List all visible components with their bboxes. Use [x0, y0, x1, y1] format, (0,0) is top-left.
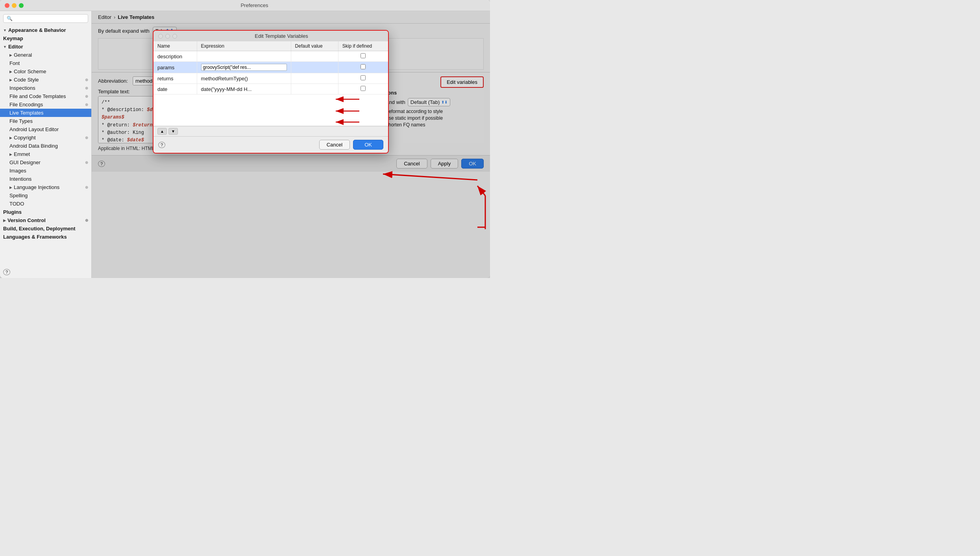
sidebar-item-label: Font [9, 60, 20, 66]
search-box[interactable]: 🔍 [3, 14, 88, 23]
sidebar-item-plugins[interactable]: Plugins [0, 208, 91, 216]
sidebar-item-label: Version Control [7, 217, 46, 223]
sidebar-item-editor[interactable]: ▼ Editor [0, 43, 91, 51]
copy-icon: ⊕ [85, 78, 88, 82]
col-default-value: Default value [291, 41, 338, 51]
sidebar-item-label: Images [9, 168, 26, 174]
copy-icon: ⊕ [85, 185, 88, 189]
modal-close-button[interactable] [158, 34, 163, 39]
sidebar-item-inspections[interactable]: Inspections ⊕ [0, 84, 91, 92]
sidebar-item-label: Copyright [14, 135, 36, 141]
row-skip[interactable] [338, 73, 388, 84]
sidebar-item-version-control[interactable]: ▶ Version Control ⊕ [0, 216, 91, 224]
sidebar-item-images[interactable]: Images [0, 167, 91, 175]
chevron-right-icon: ▶ [9, 78, 12, 82]
modal-help-button[interactable]: ? [158, 142, 165, 148]
modal-toolbar: ▲ ▼ [153, 126, 388, 136]
modal-ok-button[interactable]: OK [353, 140, 383, 150]
row-default [291, 73, 338, 84]
sidebar-item-intentions[interactable]: Intentions [0, 175, 91, 183]
content-area: Editor › Live Templates By default expan… [92, 11, 490, 278]
modal-cancel-button[interactable]: Cancel [319, 140, 350, 150]
table-row[interactable]: date date("yyyy-MM-dd H... [153, 84, 388, 95]
skip-checkbox[interactable] [361, 86, 366, 91]
chevron-right-icon: ▶ [9, 70, 12, 74]
sidebar-item-label: Editor [8, 44, 23, 50]
maximize-button[interactable] [19, 3, 24, 8]
copy-icon: ⊕ [85, 160, 88, 165]
sidebar-item-color-scheme[interactable]: ▶ Color Scheme [0, 67, 91, 76]
sidebar-item-general[interactable]: ▶ General [0, 51, 91, 59]
table-row[interactable]: returns methodReturnType() [153, 73, 388, 84]
skip-checkbox[interactable] [361, 64, 366, 69]
chevron-right-icon: ▶ [9, 152, 12, 156]
sidebar-item-label: File Types [9, 118, 33, 124]
sidebar-item-label: File and Code Templates [9, 93, 66, 99]
titlebar: Preferences [0, 0, 490, 11]
row-expression [197, 51, 291, 62]
row-skip[interactable] [338, 51, 388, 62]
sidebar-item-label: Languages & Frameworks [3, 234, 67, 240]
row-default [291, 51, 338, 62]
copy-icon: ⊕ [85, 86, 88, 90]
sidebar-item-emmet[interactable]: ▶ Emmet [0, 150, 91, 158]
row-expression: methodReturnType() [197, 73, 291, 84]
sidebar-item-spelling[interactable]: Spelling [0, 191, 91, 200]
copy-icon: ⊕ [85, 135, 88, 140]
sidebar-item-label: Emmet [14, 151, 30, 157]
close-button[interactable] [5, 3, 9, 8]
row-default [291, 84, 338, 95]
modal-maximize-button[interactable] [172, 34, 177, 39]
traffic-lights [5, 3, 24, 8]
sidebar-item-android-layout-editor[interactable]: Android Layout Editor [0, 125, 91, 133]
skip-checkbox[interactable] [361, 53, 366, 58]
edit-template-variables-dialog: Edit Template Variables Name Expression … [153, 30, 389, 154]
sidebar-help-button[interactable]: ? [0, 266, 91, 278]
help-icon[interactable]: ? [3, 269, 10, 275]
sidebar-item-file-encodings[interactable]: File Encodings ⊕ [0, 100, 91, 109]
sidebar-item-live-templates[interactable]: Live Templates [0, 109, 91, 117]
expression-input[interactable] [201, 64, 287, 71]
sidebar-item-font[interactable]: Font [0, 59, 91, 67]
chevron-right-icon: ▶ [9, 136, 12, 140]
preferences-window: Preferences 🔍 ▼ Appearance & Behavior Ke… [0, 0, 490, 278]
sidebar-item-file-code-templates[interactable]: File and Code Templates ⊕ [0, 92, 91, 100]
row-skip[interactable] [338, 84, 388, 95]
move-down-button[interactable]: ▼ [168, 128, 178, 135]
sidebar-item-keymap[interactable]: Keymap [0, 34, 91, 43]
row-skip[interactable] [338, 62, 388, 73]
sidebar-item-label: Android Data Binding [9, 143, 58, 149]
sidebar-item-languages-frameworks[interactable]: Languages & Frameworks [0, 233, 91, 241]
chevron-right-icon: ▶ [9, 185, 12, 189]
sidebar-item-language-injections[interactable]: ▶ Language Injections ⊕ [0, 183, 91, 191]
sidebar-item-build-execution[interactable]: Build, Execution, Deployment [0, 224, 91, 233]
modal-minimize-button[interactable] [165, 34, 170, 39]
sidebar-item-label: GUI Designer [9, 159, 41, 165]
sidebar-item-file-types[interactable]: File Types [0, 117, 91, 125]
modal-title: Edit Template Variables [179, 33, 383, 39]
table-row[interactable]: params [153, 62, 388, 73]
copy-icon: ⊕ [85, 94, 88, 98]
minimize-button[interactable] [12, 3, 17, 8]
sidebar-item-gui-designer[interactable]: GUI Designer ⊕ [0, 158, 91, 167]
sidebar-item-appearance[interactable]: ▼ Appearance & Behavior [0, 26, 91, 34]
search-input[interactable] [14, 16, 85, 21]
sidebar-item-todo[interactable]: TODO [0, 200, 91, 208]
sidebar-item-android-data-binding[interactable]: Android Data Binding [0, 142, 91, 150]
table-row[interactable]: description [153, 51, 388, 62]
sidebar-item-copyright[interactable]: ▶ Copyright ⊕ [0, 133, 91, 142]
svg-line-7 [477, 186, 485, 196]
row-expression[interactable] [197, 62, 291, 73]
sidebar-item-label: Plugins [3, 209, 22, 215]
sidebar-item-label: Inspections [9, 85, 35, 91]
main-layout: 🔍 ▼ Appearance & Behavior Keymap ▼ Edito… [0, 11, 490, 278]
sidebar-item-label: Color Scheme [14, 69, 46, 74]
sidebar-item-code-style[interactable]: ▶ Code Style ⊕ [0, 76, 91, 84]
row-name: returns [153, 73, 197, 84]
variables-table: Name Expression Default value Skip if de… [153, 41, 388, 126]
window-title: Preferences [24, 2, 485, 8]
skip-checkbox[interactable] [361, 75, 366, 80]
move-up-button[interactable]: ▲ [157, 128, 167, 135]
modal-overlay: Edit Template Variables Name Expression … [92, 11, 490, 278]
row-name: params [153, 62, 197, 73]
